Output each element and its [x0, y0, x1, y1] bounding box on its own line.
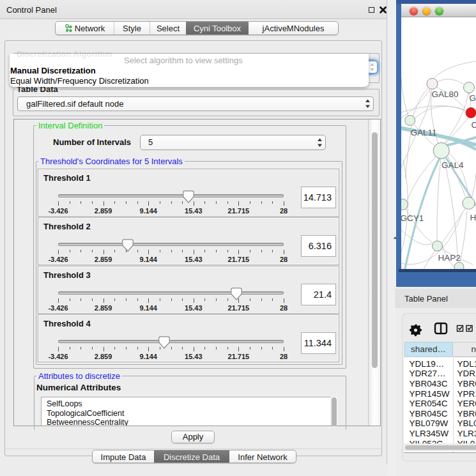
- svg-text:GAL4: GAL4: [441, 160, 464, 170]
- svg-text:GAL: GAL: [470, 93, 476, 103]
- svg-text:CR: CR: [472, 120, 476, 130]
- svg-text:GCY1: GCY1: [401, 213, 424, 223]
- svg-text:HAP2: HAP2: [438, 253, 461, 263]
- svg-text:HA: HA: [470, 213, 476, 222]
- svg-text:GAL80: GAL80: [432, 89, 459, 99]
- svg-text:GAL11: GAL11: [411, 128, 437, 137]
